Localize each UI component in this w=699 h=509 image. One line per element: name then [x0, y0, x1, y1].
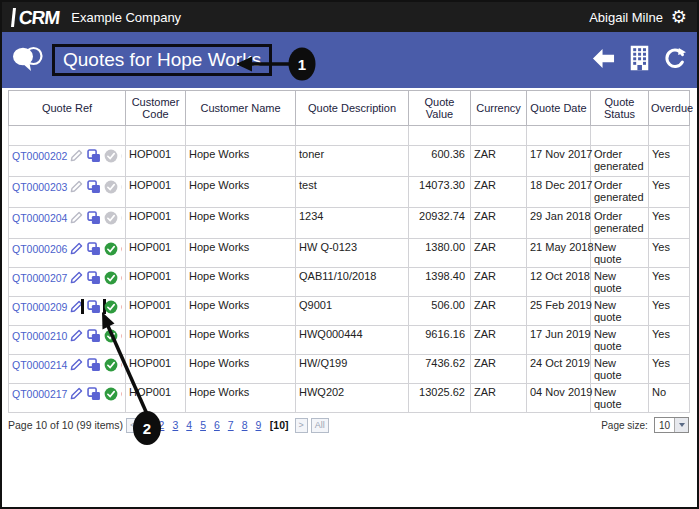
- crm-logo: CRM: [11, 8, 60, 27]
- quote-ref-cell: QT0000217: [9, 384, 126, 413]
- col-header-quote-description[interactable]: Quote Description: [296, 91, 409, 126]
- refresh-icon[interactable]: [663, 46, 687, 75]
- quote-ref-cell: QT0000209: [9, 297, 126, 326]
- filter-input-currency[interactable]: [472, 127, 525, 142]
- copy-quote-icon[interactable]: [86, 386, 101, 401]
- page-link-6[interactable]: 6: [214, 419, 220, 431]
- copy-quote-icon[interactable]: [86, 210, 101, 225]
- quote-date-cell: 17 Jun 2019: [527, 326, 591, 355]
- currency-cell: ZAR: [471, 208, 527, 239]
- customer-name-cell: Hope Works: [186, 268, 296, 297]
- quote-ref-link[interactable]: QT0000209: [12, 301, 67, 313]
- col-header-quote-ref[interactable]: Quote Ref: [9, 91, 126, 126]
- filter-cell: [527, 126, 591, 146]
- approve-check-icon[interactable]: [103, 328, 118, 343]
- edit-pencil-icon[interactable]: [69, 357, 84, 372]
- page-link-7[interactable]: 7: [228, 419, 234, 431]
- filter-cell: [649, 126, 690, 146]
- reject-x-icon: [120, 179, 122, 194]
- filter-input-overdue[interactable]: [650, 127, 688, 142]
- quote-ref-link[interactable]: QT0000206: [12, 243, 67, 255]
- page-link-4[interactable]: 4: [186, 419, 192, 431]
- filter-input-quote-date[interactable]: [528, 127, 589, 142]
- page-link-1[interactable]: 1: [145, 419, 151, 431]
- customer-code-cell: HOP001: [126, 208, 186, 239]
- copy-quote-icon[interactable]: [86, 328, 101, 343]
- quote-ref-link[interactable]: QT0000207: [12, 272, 67, 284]
- page-link-2[interactable]: 2: [159, 419, 165, 431]
- filter-input-quote-description[interactable]: [297, 127, 407, 142]
- filter-input-customer-code[interactable]: [127, 127, 184, 142]
- dropdown-arrow-icon: [674, 418, 688, 432]
- page-link-3[interactable]: 3: [172, 419, 178, 431]
- copy-quote-icon[interactable]: [86, 299, 101, 314]
- page-link-8[interactable]: 8: [242, 419, 248, 431]
- col-header-quote-status[interactable]: Quote Status: [591, 91, 649, 126]
- edit-pencil-icon[interactable]: [69, 328, 84, 343]
- copy-quote-icon[interactable]: [86, 241, 101, 256]
- reject-x-icon[interactable]: [120, 386, 122, 401]
- col-header-quote-date[interactable]: Quote Date: [527, 91, 591, 126]
- page-size-select[interactable]: 10: [654, 417, 689, 433]
- approve-check-icon[interactable]: [103, 299, 118, 314]
- settings-gear-icon[interactable]: ⚙: [671, 8, 687, 26]
- approve-check-icon[interactable]: [103, 270, 118, 285]
- filter-input-quote-ref[interactable]: [10, 127, 124, 142]
- approve-check-icon[interactable]: [103, 357, 118, 372]
- approve-check-icon[interactable]: [103, 386, 118, 401]
- page-link-9[interactable]: 9: [256, 419, 262, 431]
- col-header-currency[interactable]: Currency: [471, 91, 527, 126]
- copy-quote-icon[interactable]: [86, 179, 101, 194]
- quote-ref-link[interactable]: QT0000214: [12, 359, 67, 371]
- quote-date-cell: 24 Oct 2019: [527, 355, 591, 384]
- quote-status-cell: New quote: [591, 355, 649, 384]
- approve-check-icon[interactable]: [103, 241, 118, 256]
- quote-date-cell: 17 Nov 2017: [527, 146, 591, 177]
- filter-cell: [186, 126, 296, 146]
- edit-pencil-icon[interactable]: [69, 241, 84, 256]
- user-name[interactable]: Abigail Milne: [589, 10, 663, 25]
- filter-input-quote-status[interactable]: [592, 127, 647, 142]
- reject-x-icon[interactable]: [120, 299, 122, 314]
- quote-ref-link[interactable]: QT0000204: [12, 212, 67, 224]
- col-header-customer-code[interactable]: Customer Code: [126, 91, 186, 126]
- quote-date-cell: 12 Oct 2018: [527, 268, 591, 297]
- quote-ref-cell: QT0000203: [9, 177, 126, 208]
- edit-pencil-icon[interactable]: [69, 386, 84, 401]
- quote-ref-link[interactable]: QT0000202: [12, 150, 67, 162]
- all-pages-button[interactable]: All: [311, 418, 329, 433]
- reject-x-icon[interactable]: [120, 270, 122, 285]
- copy-quote-icon[interactable]: [86, 148, 101, 163]
- customer-code-cell: HOP001: [126, 239, 186, 268]
- col-header-quote-value[interactable]: Quote Value: [409, 91, 471, 126]
- copy-quote-icon[interactable]: [86, 357, 101, 372]
- filter-input-customer-name[interactable]: [187, 127, 294, 142]
- quote-row: QT0000214: [9, 355, 690, 384]
- quote-ref-link[interactable]: QT0000217: [12, 388, 67, 400]
- page-size-label: Page size:: [601, 420, 648, 431]
- filter-input-quote-value[interactable]: [410, 127, 469, 142]
- quote-ref-link[interactable]: QT0000203: [12, 181, 67, 193]
- col-header-customer-name[interactable]: Customer Name: [186, 91, 296, 126]
- company-building-icon[interactable]: [629, 45, 650, 75]
- edit-pencil-icon: [69, 148, 84, 163]
- quote-status-cell: Order generated: [591, 208, 649, 239]
- edit-pencil-icon[interactable]: [69, 270, 84, 285]
- quote-row: QT0000204: [9, 208, 690, 239]
- reject-x-icon[interactable]: [120, 357, 122, 372]
- col-header-overdue[interactable]: Overdue: [649, 91, 690, 126]
- customer-code-cell: HOP001: [126, 384, 186, 413]
- copy-quote-icon[interactable]: [86, 270, 101, 285]
- edit-pencil-icon[interactable]: [69, 299, 84, 314]
- reject-x-icon[interactable]: [120, 328, 122, 343]
- approve-check-icon: [103, 148, 118, 163]
- page-link-5[interactable]: 5: [200, 419, 206, 431]
- quote-description-cell: test: [296, 177, 409, 208]
- quote-ref-link[interactable]: QT0000210: [12, 330, 67, 342]
- reject-x-icon[interactable]: [120, 241, 122, 256]
- quote-row: QT0000202: [9, 146, 690, 177]
- back-arrow-icon[interactable]: [591, 47, 616, 74]
- quotes-table: Quote Ref Customer Code Customer Name Qu…: [8, 90, 690, 413]
- page-size-value: 10: [655, 420, 674, 431]
- currency-cell: ZAR: [471, 146, 527, 177]
